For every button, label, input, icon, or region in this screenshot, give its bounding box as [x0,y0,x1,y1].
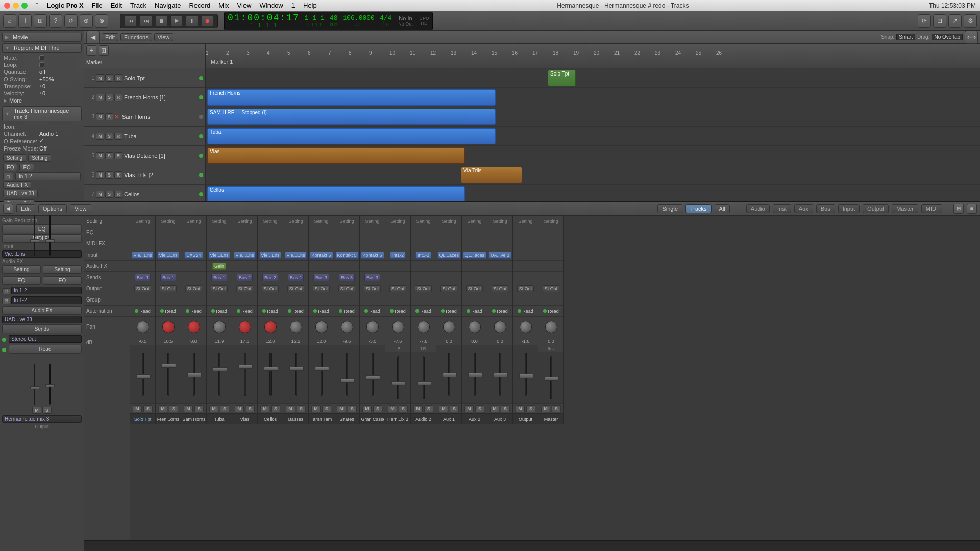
ch-m-13[interactable]: M [464,405,474,412]
input-btn-12[interactable]: QL...aces [437,252,461,259]
ch-m-0[interactable]: M [133,405,142,412]
menu-track[interactable]: Track [130,2,146,9]
input-button[interactable]: In 1-2 [15,172,81,180]
menu-1[interactable]: 1 [291,2,295,9]
pan-knob-0[interactable] [137,321,149,333]
fader-thumb-5[interactable] [264,367,278,371]
track-7-record[interactable]: R [114,191,122,198]
fader-thumb-0[interactable] [136,374,151,379]
region-french-horns[interactable]: French Horns [207,89,496,106]
ch-s-1[interactable]: S [169,405,178,412]
mix-eq-btn-3[interactable]: EQ [43,276,82,285]
output-btn-6[interactable]: St Out [287,285,305,292]
mix-audio-fx-btn[interactable]: Audio FX [2,306,82,315]
input-btn-5[interactable]: Vie...Ens [259,252,282,259]
pan-knob-5[interactable] [264,321,277,333]
input-btn-3[interactable]: Vie...Ens [208,252,231,259]
track-row-6[interactable]: 6 M S R Vlas Trils [2] [84,165,205,185]
toolbar-info[interactable]: i [18,14,32,28]
send-btn-6[interactable]: Bus 2 [288,274,304,281]
pan-knob-12[interactable] [443,321,455,333]
app-name[interactable]: Logic Pro X [46,2,83,9]
ch-m-7[interactable]: M [311,405,321,412]
output-btn-8[interactable]: St Out [338,285,356,292]
toolbar-help[interactable]: ? [49,14,62,28]
pan-knob-1[interactable] [162,321,175,333]
ch-s-0[interactable]: S [143,405,153,412]
menu-mix[interactable]: Mix [218,2,229,9]
view-button[interactable]: View [154,33,174,41]
track-5-solo[interactable]: S [105,152,113,159]
track-3-x[interactable]: ✕ [114,113,119,120]
mixer-midi-button[interactable]: MIDI [921,204,942,213]
mixer-view-button[interactable]: View [70,204,91,213]
input-btn-14[interactable]: UA...ve 3 [488,252,511,259]
send-btn-4[interactable]: Bus 2 [237,274,253,281]
menu-file[interactable]: File [92,2,103,9]
mix-eq-btn-2[interactable]: EQ [2,276,41,285]
fader-thumb-11[interactable] [417,381,431,385]
toolbar-home[interactable]: ⌂ [3,14,16,28]
track-4-mute[interactable]: M [96,133,104,140]
setting-button[interactable]: Setting [3,154,26,162]
more-label[interactable]: More [9,97,22,104]
mixer-grid-button[interactable]: ⊞ [953,204,964,214]
edit-button[interactable]: Edit [102,33,118,41]
tracks-back-button[interactable]: ◀ [86,31,100,44]
ch-s-4[interactable]: S [246,405,255,412]
output-btn-0[interactable]: St Out [134,285,152,292]
fader-thumb-16[interactable] [545,377,559,381]
mixer-bus-button[interactable]: Bus [816,204,835,213]
mix-eq-button[interactable]: EQ [2,224,82,233]
send-btn-1[interactable]: Bus 1 [160,274,176,281]
ch-s-10[interactable]: S [399,405,408,412]
input-btn-0[interactable]: Vie...Ens [132,252,154,259]
input-btn-6[interactable]: Vie...Ens [285,252,307,259]
track-1-solo[interactable]: S [105,74,113,82]
output-btn-16[interactable]: St Out [543,285,560,292]
ch-s-13[interactable]: S [475,405,484,412]
menu-navigate[interactable]: Navigate [155,2,181,9]
track-section[interactable]: ▼ Track: Hermannesque mix 3 [2,106,82,121]
ch-s-15[interactable]: S [526,405,535,412]
ch-m-8[interactable]: M [337,405,346,412]
fader-thumb-1[interactable] [162,364,176,368]
input-btn-10[interactable]: Int1-2 [390,252,406,259]
movie-triangle[interactable]: ▶ [5,35,9,40]
timeline-ruler[interactable]: 1 2 3 4 5 6 7 8 9 10 11 12 13 [206,44,980,57]
mixer-inst-button[interactable]: Inst [773,204,791,213]
mixer-single-button[interactable]: Single [657,204,682,213]
track-row-3[interactable]: 3 M S ✕ Sam Horns [84,107,205,127]
ch-s-12[interactable]: S [450,405,459,412]
menu-help[interactable]: Help [303,2,317,9]
track-row-4[interactable]: 4 M S R Tuba [84,127,205,146]
output-btn-10[interactable]: St Out [389,285,407,292]
setting-button-2[interactable]: Setting [28,154,51,162]
region-solo-tpt[interactable]: Solo Tpt [548,70,576,86]
ch-s-9[interactable]: S [373,405,382,412]
ch-s-7[interactable]: S [322,405,331,412]
mixer-all-button[interactable]: All [715,204,730,213]
track-6-mute[interactable]: M [96,171,104,179]
ch-s-8[interactable]: S [348,405,357,412]
send-btn-7[interactable]: Bus 3 [313,274,329,281]
output-btn-4[interactable]: St Out [236,285,254,292]
ch-s-6[interactable]: S [297,405,306,412]
gain-btn-3[interactable]: Gain [212,263,226,270]
track-row-7[interactable]: 7 M S R Cellos [84,185,205,201]
region-triangle[interactable]: ▼ [5,45,10,51]
region-vlas[interactable]: Vlas [207,147,465,164]
track-5-mute[interactable]: M [96,152,104,159]
input-btn-7[interactable]: Kontakt 5 [310,252,333,259]
track-7-mute[interactable]: M [96,191,104,198]
mix-s-btn[interactable]: S [42,407,52,414]
mixer-output-button[interactable]: Output [863,204,889,213]
functions-button[interactable]: Functions [120,33,152,41]
pan-knob-10[interactable] [392,321,404,333]
track-row-2[interactable]: 2 M S R French Horns [1] [84,88,205,107]
send-btn-9[interactable]: Bus 3 [364,274,380,281]
fader-thumb-2[interactable] [187,373,202,377]
stop-button[interactable]: ⏹ [155,15,167,27]
output-btn-3[interactable]: St Out [211,285,228,292]
track-5-record[interactable]: R [114,152,122,159]
